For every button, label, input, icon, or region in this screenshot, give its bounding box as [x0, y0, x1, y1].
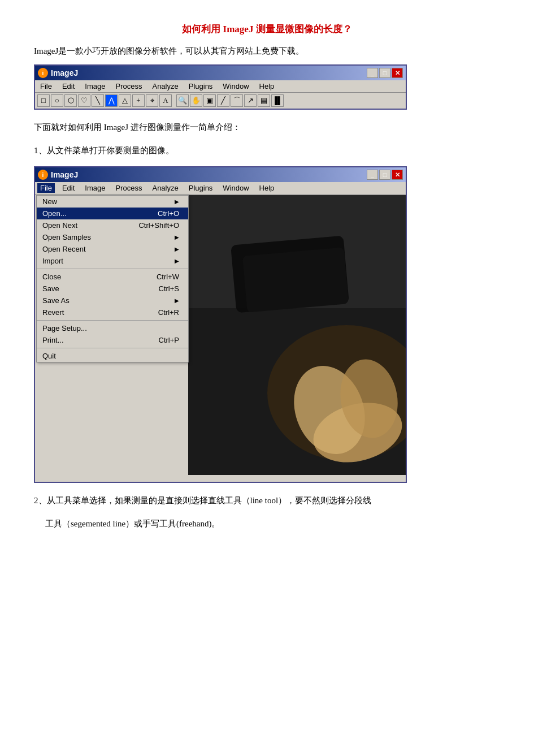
tool-stack[interactable]: ▐▌ [271, 94, 284, 107]
dropdown-import[interactable]: Import ▶ [37, 255, 188, 267]
imagej-app-icon: i [38, 68, 48, 78]
dropdown-save-label: Save [42, 284, 59, 293]
dropdown-open-next[interactable]: Open Next Ctrl+Shift+O [37, 219, 188, 231]
menu-window-1[interactable]: Window [220, 81, 251, 91]
dropdown-page-setup-label: Page Setup... [42, 324, 87, 332]
dropdown-close-shortcut: Ctrl+W [157, 273, 179, 281]
dropdown-open-recent[interactable]: Open Recent ▶ [37, 243, 188, 255]
dropdown-print-label: Print... [42, 336, 64, 344]
dropdown-close[interactable]: Close Ctrl+W [37, 271, 188, 283]
close-button-2[interactable]: ✕ [392, 170, 403, 180]
tool-segmented[interactable]: ⋀ [105, 94, 118, 107]
dropdown-open-recent-label: Open Recent [42, 245, 86, 253]
menubar-2: File Edit Image Process Analyze Plugins … [35, 182, 406, 195]
imagej-window-1: i ImageJ _ □ ✕ File Edit Image Process A… [34, 64, 407, 110]
imagej-app-icon-2: i [38, 170, 48, 180]
tool-color[interactable]: ▣ [203, 94, 216, 107]
menu-file-1[interactable]: File [37, 81, 55, 91]
tool-arrow[interactable]: △ [119, 94, 131, 107]
window-title-1: ImageJ [51, 68, 78, 77]
dropdown-revert-label: Revert [42, 308, 64, 317]
titlebar-buttons-2: _ □ ✕ [367, 170, 403, 180]
svg-rect-7 [242, 247, 349, 312]
titlebar-left-2: i ImageJ [38, 170, 78, 180]
intro-text: ImageJ是一款小巧开放的图像分析软件，可以从其官方网站上免费下载。 [34, 46, 500, 57]
menubar-1: File Edit Image Process Analyze Plugins … [35, 80, 406, 93]
imagej-window-2: i ImageJ _ □ ✕ File Edit Image Process A… [34, 166, 407, 483]
dropdown-sep-3 [37, 348, 188, 348]
tool-polygon[interactable]: ⬡ [64, 94, 77, 107]
dropdown-new[interactable]: New ▶ [37, 196, 188, 208]
toolbar-1: □ ○ ⬡ ♡ ╲ ⋀ △ + ⌖ A 🔍 ✋ ▣ ╱ ⌒ ↗ ▤ ▐▌ [35, 93, 406, 109]
tool-oval[interactable]: ○ [51, 94, 63, 107]
image-area [188, 195, 406, 475]
tool-scroll[interactable]: ✋ [190, 94, 202, 107]
page-title: 如何利用 ImageJ 测量显微图像的长度？ [34, 23, 500, 36]
dropdown-sep-1 [37, 269, 188, 269]
menu-edit-1[interactable]: Edit [59, 81, 77, 91]
tool-macro[interactable]: ▤ [258, 94, 270, 107]
menu-edit-2[interactable]: Edit [59, 183, 77, 193]
menu-plugins-1[interactable]: Plugins [186, 81, 216, 91]
dropdown-sep-2 [37, 320, 188, 321]
dropdown-page-setup[interactable]: Page Setup... [37, 322, 188, 334]
dropdown-print[interactable]: Print... Ctrl+P [37, 334, 188, 346]
maximize-button-2[interactable]: □ [379, 170, 390, 180]
tool-dropper[interactable]: ╱ [217, 94, 229, 107]
menu-help-1[interactable]: Help [257, 81, 277, 91]
maximize-button-1[interactable]: □ [379, 68, 390, 78]
dropdown-import-arrow: ▶ [175, 258, 179, 264]
window-title-2: ImageJ [51, 170, 78, 179]
titlebar-2: i ImageJ _ □ ✕ [35, 167, 406, 182]
menu-plugins-2[interactable]: Plugins [186, 183, 216, 193]
dropdown-quit-label: Quit [42, 352, 56, 360]
step2-text-line2: 工具（segemented line）或手写工具(freehand)。 [34, 516, 500, 532]
menu-window-2[interactable]: Window [220, 183, 251, 193]
menu-image-1[interactable]: Image [82, 81, 108, 91]
titlebar-left-1: i ImageJ [38, 68, 78, 78]
minimize-button-1[interactable]: _ [367, 68, 378, 78]
tool-angle[interactable]: ↗ [244, 94, 257, 107]
dropdown-save-as-label: Save As [42, 296, 70, 305]
menu-process-1[interactable]: Process [113, 81, 145, 91]
dropdown-open-samples-arrow: ▶ [175, 234, 179, 240]
desc-text: 下面就对如何利用 ImageJ 进行图像测量作一简单介绍： [34, 120, 500, 135]
dropdown-save-as-arrow: ▶ [175, 297, 179, 304]
dropdown-open-samples-label: Open Samples [42, 233, 91, 241]
image-placeholder [188, 195, 406, 475]
tool-magnify[interactable]: 🔍 [176, 94, 189, 107]
tool-crosshair[interactable]: + [132, 94, 145, 107]
dropdown-save[interactable]: Save Ctrl+S [37, 283, 188, 295]
menu-analyze-2[interactable]: Analyze [149, 183, 181, 193]
file-dropdown: New ▶ Open... Ctrl+O Open Next Ctrl+Shif… [36, 195, 189, 362]
dropdown-revert-shortcut: Ctrl+R [158, 308, 179, 317]
tool-line[interactable]: ╲ [92, 94, 104, 107]
tool-rectangle[interactable]: □ [37, 94, 50, 107]
dropdown-import-label: Import [42, 257, 63, 265]
dropdown-save-shortcut: Ctrl+S [159, 284, 179, 293]
dropdown-quit[interactable]: Quit [37, 350, 188, 362]
menu-process-2[interactable]: Process [113, 183, 145, 193]
dropdown-open-samples[interactable]: Open Samples ▶ [37, 231, 188, 243]
tool-wand[interactable]: ⌒ [231, 94, 243, 107]
dropdown-close-label: Close [42, 273, 61, 281]
tool-freehand[interactable]: ♡ [78, 94, 90, 107]
titlebar-1: i ImageJ _ □ ✕ [35, 66, 406, 80]
close-button-1[interactable]: ✕ [392, 68, 403, 78]
tool-text[interactable]: A [159, 94, 172, 107]
menu-image-2[interactable]: Image [82, 183, 108, 193]
dropdown-open-shortcut: Ctrl+O [158, 209, 179, 218]
tool-point[interactable]: ⌖ [146, 94, 158, 107]
dropdown-save-as[interactable]: Save As ▶ [37, 295, 188, 306]
dropdown-open[interactable]: Open... Ctrl+O [37, 208, 188, 219]
step2-text-line1: 2、从工具菜单选择，如果测量的是直接则选择直线工具（line tool），要不然… [34, 493, 500, 508]
dropdown-revert[interactable]: Revert Ctrl+R [37, 306, 188, 318]
dropdown-new-label: New [42, 197, 57, 206]
dropdown-print-shortcut: Ctrl+P [159, 336, 179, 344]
menu-file-2[interactable]: File [37, 183, 55, 193]
dropdown-new-arrow: ▶ [175, 198, 179, 205]
minimize-button-2[interactable]: _ [367, 170, 378, 180]
menu-help-2[interactable]: Help [257, 183, 277, 193]
menu-analyze-1[interactable]: Analyze [149, 81, 181, 91]
dropdown-open-next-label: Open Next [42, 221, 77, 230]
